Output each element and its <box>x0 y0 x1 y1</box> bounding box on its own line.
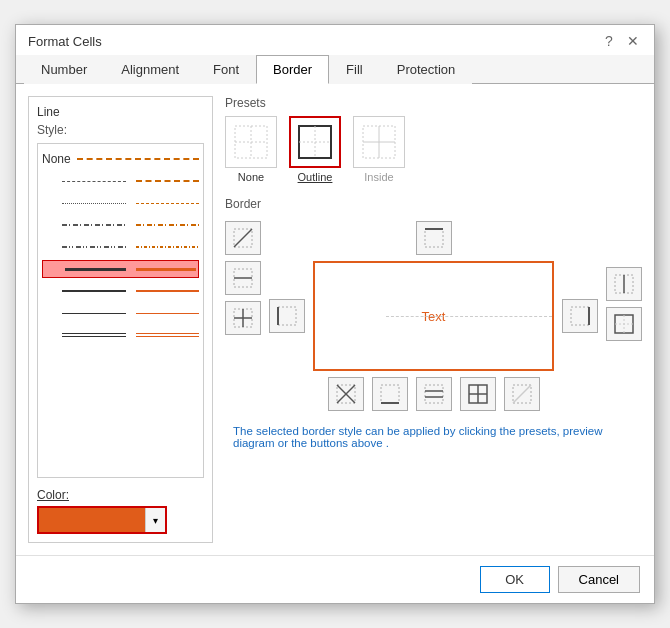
line-style-thin[interactable] <box>42 304 199 322</box>
svg-rect-18 <box>278 307 296 325</box>
border-preview-box[interactable]: Text <box>313 261 554 371</box>
line-style-dashdotdot[interactable] <box>42 238 199 256</box>
title-bar-icons: ? ✕ <box>600 33 642 49</box>
svg-line-34 <box>513 385 531 403</box>
border-btn-no-border[interactable] <box>504 377 540 411</box>
left-panel: Line Style: None <box>28 96 213 543</box>
line-styles-box: None <box>37 143 204 478</box>
line-style-medium[interactable] <box>42 282 199 300</box>
help-icon[interactable]: ? <box>600 33 618 49</box>
line-style-dashdot[interactable] <box>42 216 199 234</box>
preset-none-label: None <box>238 171 264 183</box>
tab-protection[interactable]: Protection <box>380 55 473 84</box>
format-cells-dialog: Format Cells ? ✕ Number Alignment Font B… <box>15 24 655 604</box>
border-btn-bottom-diag[interactable] <box>328 377 364 411</box>
border-btn-middle-v-all[interactable] <box>225 301 261 335</box>
border-btn-outer-only[interactable] <box>606 307 642 341</box>
border-section-label: Border <box>225 197 642 211</box>
hint-text: The selected border style can be applied… <box>225 421 642 453</box>
line-section-label: Line <box>37 105 204 119</box>
line-style-double[interactable] <box>42 326 199 344</box>
line-style-dotted[interactable] <box>42 194 199 212</box>
line-style-dashed[interactable] <box>42 172 199 190</box>
presets-section: Presets None <box>225 96 642 183</box>
border-preview-middle: Text <box>269 261 598 371</box>
line-style-none[interactable]: None <box>42 150 199 168</box>
border-preview-area: Text <box>269 221 598 411</box>
preset-inside-label: Inside <box>364 171 393 183</box>
dialog-title: Format Cells <box>28 34 102 49</box>
border-top-buttons <box>269 221 598 255</box>
svg-rect-20 <box>571 307 589 325</box>
preset-outline-label: Outline <box>298 171 333 183</box>
svg-rect-16 <box>425 229 443 247</box>
preview-text: Text <box>422 309 446 324</box>
title-bar: Format Cells ? ✕ <box>16 25 654 55</box>
cancel-button[interactable]: Cancel <box>558 566 640 593</box>
color-label: Color: <box>37 488 204 502</box>
preset-inside[interactable]: Inside <box>353 116 405 183</box>
border-btn-diagonal-up[interactable] <box>225 221 261 255</box>
main-content: Line Style: None <box>16 84 654 555</box>
border-buttons-right <box>606 267 642 341</box>
tab-alignment[interactable]: Alignment <box>104 55 196 84</box>
border-btn-top[interactable] <box>416 221 452 255</box>
border-btn-bottom[interactable] <box>372 377 408 411</box>
preset-outline[interactable]: Outline <box>289 116 341 183</box>
style-label: Style: <box>37 123 204 137</box>
preset-none-icon[interactable] <box>225 116 277 168</box>
svg-rect-25 <box>381 385 399 403</box>
close-icon[interactable]: ✕ <box>624 33 642 49</box>
right-panel: Presets None <box>225 96 642 543</box>
border-btn-left[interactable] <box>269 299 305 333</box>
footer: OK Cancel <box>16 555 654 603</box>
border-buttons-left <box>225 221 261 335</box>
color-dropdown-button[interactable]: ▾ <box>145 508 165 532</box>
ok-button[interactable]: OK <box>480 566 550 593</box>
border-btn-all-inner[interactable] <box>460 377 496 411</box>
preset-outline-icon[interactable] <box>289 116 341 168</box>
border-controls: Text <box>225 221 642 411</box>
presets-label: Presets <box>225 96 642 110</box>
border-btn-diagonal-down[interactable] <box>606 267 642 301</box>
color-swatch[interactable] <box>39 508 145 532</box>
tab-number[interactable]: Number <box>24 55 104 84</box>
preset-inside-icon[interactable] <box>353 116 405 168</box>
tab-bar: Number Alignment Font Border Fill Protec… <box>16 55 654 84</box>
color-section: Color: ▾ <box>37 488 204 534</box>
border-bottom-buttons <box>269 377 598 411</box>
line-style-selected[interactable] <box>42 260 199 278</box>
border-btn-right[interactable] <box>562 299 598 333</box>
border-btn-middle-h2[interactable] <box>416 377 452 411</box>
tab-fill[interactable]: Fill <box>329 55 380 84</box>
svg-line-10 <box>234 229 252 247</box>
preset-none[interactable]: None <box>225 116 277 183</box>
color-picker[interactable]: ▾ <box>37 506 167 534</box>
svg-rect-27 <box>425 385 443 403</box>
tab-font[interactable]: Font <box>196 55 256 84</box>
presets-row: None Outline <box>225 116 642 183</box>
border-btn-middle-h[interactable] <box>225 261 261 295</box>
tab-border[interactable]: Border <box>256 55 329 84</box>
